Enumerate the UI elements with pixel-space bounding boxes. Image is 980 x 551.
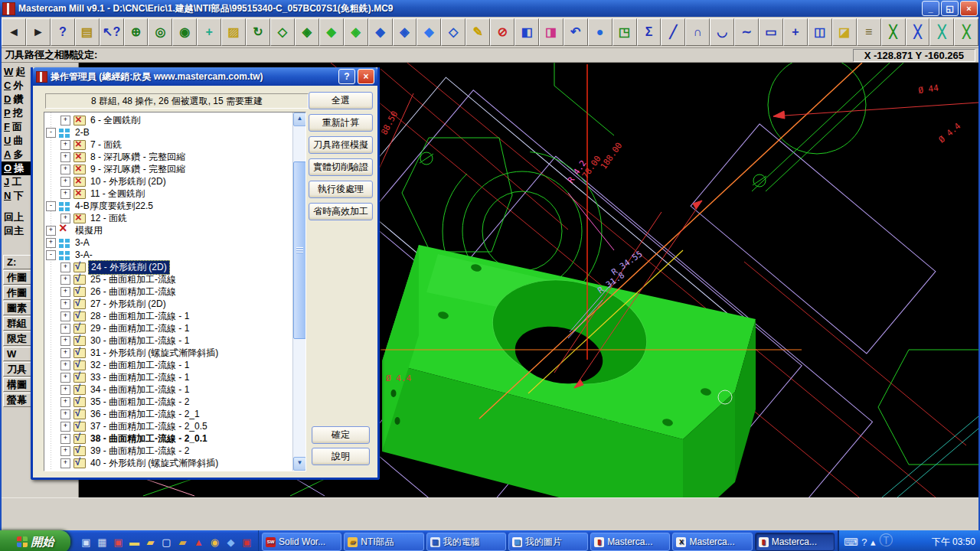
taskbar-window-button[interactable]: ▰ NTI部品	[344, 533, 423, 551]
document-icon[interactable]: ▢	[160, 536, 173, 549]
cplane-top-cube-icon[interactable]: ◆	[368, 18, 393, 46]
restore-button[interactable]: ◱	[941, 1, 959, 16]
expand-toggle[interactable]: +	[60, 275, 70, 285]
shading-sphere-icon[interactable]: ●	[588, 18, 612, 46]
show-desktop-icon[interactable]: ▣	[80, 536, 93, 549]
dialog-help-button[interactable]: ?	[338, 69, 355, 84]
tree-item[interactable]: + 38 - 曲面精加工-流線 - 2_0.1	[44, 432, 292, 445]
fillet-icon[interactable]: ◡	[710, 18, 734, 46]
arc-icon[interactable]: ∩	[685, 18, 710, 46]
screen-next-icon[interactable]: ◧	[514, 18, 539, 46]
expand-toggle[interactable]: +	[46, 226, 56, 236]
verify-button[interactable]: 實體切削驗證	[309, 158, 373, 176]
tree-item[interactable]: + 25 - 曲面粗加工-流線	[44, 273, 292, 285]
acrobat-icon[interactable]: ▲	[192, 536, 205, 549]
folder2-icon[interactable]: ▰	[176, 536, 189, 549]
start-button[interactable]: 開始	[0, 530, 70, 551]
backplot-button[interactable]: 刀具路徑模擬	[309, 136, 373, 154]
expand-toggle[interactable]: +	[60, 177, 70, 187]
expand-toggle[interactable]: +	[60, 287, 70, 297]
delete-icon[interactable]: ⊘	[490, 18, 514, 46]
expand-toggle[interactable]: +	[60, 262, 70, 272]
select-all-button[interactable]: 全選	[309, 92, 373, 109]
expand-toggle[interactable]: +	[60, 458, 70, 468]
ruler-app-icon[interactable]: ▬	[128, 536, 141, 549]
view-front-cube-icon[interactable]: ◈	[295, 18, 319, 46]
expand-toggle[interactable]: +	[60, 409, 70, 419]
rectangle-icon[interactable]: ▭	[759, 18, 783, 46]
tree-item[interactable]: + 3-A	[44, 236, 292, 249]
expand-toggle[interactable]: +	[60, 385, 70, 395]
tree-item[interactable]: + 37 - 曲面精加工-流線 - 2_0.5	[44, 420, 292, 432]
ok-button[interactable]: 確定	[312, 426, 370, 444]
copy-entity-icon[interactable]: ◳	[612, 18, 637, 46]
expand-toggle[interactable]: +	[60, 336, 70, 346]
expand-toggle[interactable]: +	[60, 446, 70, 456]
expand-toggle[interactable]: +	[60, 140, 70, 150]
expand-toggle[interactable]: +	[60, 299, 70, 309]
minimize-button[interactable]: _	[922, 1, 939, 16]
analyze-sigma-icon[interactable]: Σ	[637, 18, 662, 46]
pan-icon[interactable]: +	[197, 18, 221, 46]
media-player-icon[interactable]: ▦	[96, 536, 109, 549]
solidworks-icon[interactable]: ▣	[240, 536, 253, 549]
tree-item[interactable]: + 34 - 曲面精加工-流線 - 1	[44, 383, 292, 396]
folder-icon[interactable]: ▰	[144, 536, 157, 549]
tree-item[interactable]: + 36 - 曲面精加工-流線 - 2_1	[44, 408, 292, 420]
expand-toggle[interactable]: +	[60, 311, 70, 321]
expand-toggle[interactable]: +	[60, 189, 70, 199]
expand-toggle[interactable]: +	[60, 360, 70, 370]
cursor-help-icon[interactable]: ↖?	[100, 18, 124, 46]
tree-scrollbar[interactable]: ▲ ▼	[292, 112, 305, 471]
tree-item[interactable]: + 31 - 外形銑削 (螺旋式漸降斜插)	[44, 347, 292, 359]
undo-icon[interactable]: ↶	[564, 18, 588, 46]
input-help-icon[interactable]: ?	[861, 536, 867, 548]
trim-icon[interactable]: ╳	[881, 18, 906, 46]
tree-item[interactable]: + 33 - 曲面精加工-流線 - 1	[44, 371, 292, 383]
tree-item[interactable]: + 29 - 曲面精加工-流線 - 1	[44, 322, 292, 334]
view-top-cube-icon[interactable]: ◇	[270, 18, 295, 46]
tree-item[interactable]: + 27 - 外形銑削 (2D)	[44, 298, 292, 310]
back-arrow-icon[interactable]: ◄	[2, 18, 26, 46]
cplane-side-cube-icon[interactable]: ◆	[416, 18, 441, 46]
cplane-front-cube-icon[interactable]: ◈	[393, 18, 417, 46]
file-cabinet-icon[interactable]: ▤	[75, 18, 100, 46]
taskbar-window-button[interactable]: SW Solid Wor...	[262, 533, 341, 551]
taskbar-window-button[interactable]: ▦ 我的圖片	[508, 533, 588, 551]
help-icon[interactable]: ?	[51, 18, 75, 46]
zoom-target-icon[interactable]: ◉	[172, 18, 197, 46]
expand-toggle[interactable]: +	[60, 348, 70, 358]
highfeed-button[interactable]: 省時高效加工	[309, 203, 373, 220]
tree-item[interactable]: + 32 - 曲面粗加工-流線 - 1	[44, 359, 292, 371]
divide-icon[interactable]: ╳	[954, 18, 978, 46]
expand-toggle[interactable]: +	[60, 397, 70, 407]
scroll-down-icon[interactable]: ▼	[293, 457, 306, 471]
keyboard-icon[interactable]: ⌨	[844, 536, 858, 548]
expand-toggle[interactable]: +	[60, 434, 70, 444]
tree-item[interactable]: + 6 - 全圓銑削	[44, 114, 292, 126]
taskbar-window-button[interactable]: X Masterca...	[672, 533, 752, 551]
tree-item[interactable]: + 24 - 外形銑削 (2D)	[44, 261, 292, 273]
forward-arrow-icon[interactable]: ►	[26, 18, 51, 46]
taskbar-window-button[interactable]: ▣ 我的電腦	[426, 533, 506, 551]
expand-toggle[interactable]: -	[46, 201, 56, 211]
zoom-icon[interactable]: ⊕	[124, 18, 149, 46]
tree-item[interactable]: + 26 - 曲面精加工-流線	[44, 285, 292, 298]
outlook-icon[interactable]: ◆	[224, 536, 237, 549]
tree-item[interactable]: + 11 - 全圓銑削	[44, 187, 292, 200]
view-iso-cube-icon[interactable]: ◈	[344, 18, 368, 46]
tree-item[interactable]: + 39 - 曲面精加工-流線 - 2	[44, 445, 292, 457]
expand-toggle[interactable]: +	[60, 116, 70, 126]
pattern-icon[interactable]: ◫	[808, 18, 832, 46]
screen-combine-icon[interactable]: ◨	[539, 18, 564, 46]
toolpaths-tree-icon[interactable]: ≡	[857, 18, 881, 46]
post-button[interactable]: 執行後處理	[309, 181, 373, 198]
tree-item[interactable]: + 模擬用	[44, 224, 292, 236]
expand-toggle[interactable]: +	[60, 152, 70, 162]
regen-button[interactable]: 重新計算	[309, 114, 373, 132]
expand-toggle[interactable]: -	[46, 128, 56, 138]
dialog-close-button[interactable]: ×	[358, 69, 374, 84]
help-button[interactable]: 說明	[312, 448, 370, 465]
repaint-icon[interactable]: ▨	[221, 18, 246, 46]
taskbar-window-button[interactable]: ▮ Masterca...	[590, 533, 670, 551]
